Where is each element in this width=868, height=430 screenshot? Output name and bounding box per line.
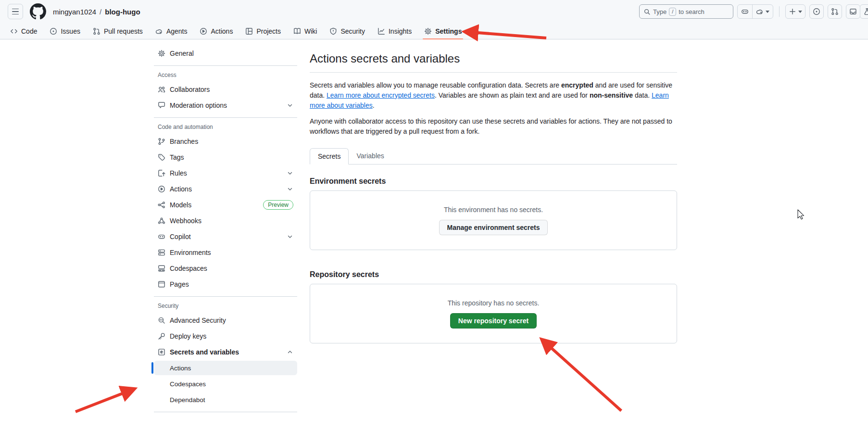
tab-label: Agents xyxy=(166,27,188,35)
tab-insights[interactable]: Insights xyxy=(371,23,418,39)
github-logo-icon[interactable] xyxy=(30,3,46,20)
sidebar-section-security: Security xyxy=(154,303,297,309)
learn-more-encrypted-secrets-link[interactable]: Learn more about encrypted secrets xyxy=(327,91,435,99)
people-icon xyxy=(158,86,165,93)
breadcrumb-separator: / xyxy=(100,8,101,16)
tab-projects[interactable]: Projects xyxy=(239,23,287,39)
sidebar-item-rules[interactable]: Rules xyxy=(154,166,297,180)
sidebar-item-deploy-keys[interactable]: Deploy keys xyxy=(154,329,297,343)
tab-variables[interactable]: Variables xyxy=(349,148,391,164)
sidebar-item-collaborators[interactable]: Collaborators xyxy=(154,82,297,97)
server-icon xyxy=(158,249,165,256)
comment-discussion-icon xyxy=(158,101,165,109)
sidebar-item-label: Environments xyxy=(170,249,211,256)
slash-key-hint: / xyxy=(669,8,676,16)
tab-actions[interactable]: Actions xyxy=(193,23,239,39)
sidebar-item-general[interactable]: General xyxy=(154,46,297,61)
sidebar-item-environments[interactable]: Environments xyxy=(154,245,297,260)
sidebar-section-code-and-automation: Code and automation xyxy=(154,124,297,130)
manage-environment-secrets-button[interactable]: Manage environment secrets xyxy=(439,220,548,235)
intro-text: Secrets and variables allow you to manag… xyxy=(310,81,561,89)
code-icon xyxy=(10,27,18,35)
sidebar-item-copilot[interactable]: Copilot xyxy=(154,229,297,244)
sidebar-item-actions[interactable]: Actions xyxy=(154,182,297,196)
copilot-button[interactable] xyxy=(738,5,752,18)
sidebar-subitem-actions[interactable]: Actions xyxy=(154,361,297,375)
edge-cut-button[interactable] xyxy=(860,4,868,19)
sidebar-item-moderation-options[interactable]: Moderation options xyxy=(154,98,297,113)
sidebar-item-webhooks[interactable]: Webhooks xyxy=(154,214,297,228)
sidebar-section-access: Access xyxy=(154,72,297,78)
breadcrumb-repo-link[interactable]: blog-hugo xyxy=(105,8,140,16)
sidebar-item-label: General xyxy=(170,50,194,57)
sidebar-item-label: Secrets and variables xyxy=(170,348,239,356)
issues-header-button[interactable] xyxy=(809,4,824,19)
sidebar-divider xyxy=(154,296,297,297)
copilot-chat-icon xyxy=(756,8,764,15)
environment-secrets-heading: Environment secrets xyxy=(310,177,677,186)
hamburger-menu-button[interactable] xyxy=(8,4,23,19)
preview-badge: Preview xyxy=(263,200,293,210)
tab-agents[interactable]: Agents xyxy=(149,23,194,39)
tag-icon xyxy=(158,153,165,161)
chevron-down-icon xyxy=(287,233,293,240)
title-divider xyxy=(310,72,677,73)
copilot-chat-dropdown[interactable] xyxy=(752,5,773,18)
chevron-down-icon xyxy=(287,186,293,192)
repository-secrets-box: This repository has no secrets. New repo… xyxy=(310,284,677,343)
chevron-down-icon xyxy=(287,170,293,177)
key-icon xyxy=(158,332,165,340)
sidebar-item-pages[interactable]: Pages xyxy=(154,277,297,291)
browser-icon xyxy=(158,280,165,288)
sidebar-item-branches[interactable]: Branches xyxy=(154,134,297,149)
chevron-down-icon xyxy=(766,11,769,13)
tab-label: Actions xyxy=(211,27,233,35)
search-input[interactable]: Type / to search xyxy=(639,4,733,19)
sidebar-subitem-dependabot[interactable]: Dependabot xyxy=(154,392,297,407)
search-icon xyxy=(643,8,651,15)
sidebar-subitem-label: Actions xyxy=(170,365,191,372)
sidebar-subitem-codespaces[interactable]: Codespaces xyxy=(154,377,297,391)
copilot-button-group xyxy=(737,4,773,19)
tab-settings[interactable]: Settings xyxy=(418,23,468,39)
tab-secrets[interactable]: Secrets xyxy=(310,148,349,164)
sidebar-item-label: Models xyxy=(170,201,191,209)
sidebar-item-advanced-security[interactable]: Advanced Security xyxy=(154,313,297,328)
tab-security[interactable]: Security xyxy=(323,23,371,39)
sidebar-item-label: Branches xyxy=(170,138,198,145)
environment-empty-text: This environment has no secrets. xyxy=(444,206,543,214)
sidebar-subitem-label: Codespaces xyxy=(170,380,206,388)
sidebar-item-label: Actions xyxy=(170,185,192,193)
sidebar-subitem-label: Dependabot xyxy=(170,396,205,404)
sidebar-item-models[interactable]: Models Preview xyxy=(154,198,297,212)
inbox-button[interactable] xyxy=(846,4,860,19)
chevron-down-icon xyxy=(798,11,802,13)
sidebar-item-label: Webhooks xyxy=(170,217,201,225)
repository-empty-text: This repository has no secrets. xyxy=(448,299,540,307)
tab-code[interactable]: Code xyxy=(4,23,43,39)
code-scan-icon xyxy=(158,316,165,324)
tab-label: Settings xyxy=(435,27,462,35)
breadcrumb: mingyan1024 / blog-hugo xyxy=(53,8,140,16)
new-repository-secret-button[interactable]: New repository secret xyxy=(450,313,537,329)
repo-nav-tabs: Code Issues Pull requests Agents Actions… xyxy=(0,23,868,39)
breadcrumb-owner-link[interactable]: mingyan1024 xyxy=(53,8,96,16)
settings-main-content: Actions secrets and variables Secrets an… xyxy=(310,39,677,343)
sidebar-item-label: Collaborators xyxy=(170,86,210,93)
environment-secrets-box: This environment has no secrets. Manage … xyxy=(310,190,677,250)
shield-icon xyxy=(329,27,337,35)
tab-label: Issues xyxy=(61,27,80,35)
red-arrow-to-sidebar-actions xyxy=(75,389,134,412)
sidebar-item-secrets-and-variables[interactable]: Secrets and variables xyxy=(154,345,297,359)
book-icon xyxy=(293,27,301,35)
chevron-down-icon xyxy=(287,102,293,109)
tab-wiki[interactable]: Wiki xyxy=(287,23,323,39)
tab-pull-requests[interactable]: Pull requests xyxy=(87,23,149,39)
pull-requests-header-button[interactable] xyxy=(828,4,842,19)
tab-issues[interactable]: Issues xyxy=(43,23,86,39)
create-new-button[interactable] xyxy=(785,4,805,19)
sidebar-item-tags[interactable]: Tags xyxy=(154,150,297,164)
tab-label: Pull requests xyxy=(104,27,143,35)
sidebar-item-label: Moderation options xyxy=(170,101,227,109)
sidebar-item-codespaces[interactable]: Codespaces xyxy=(154,261,297,276)
